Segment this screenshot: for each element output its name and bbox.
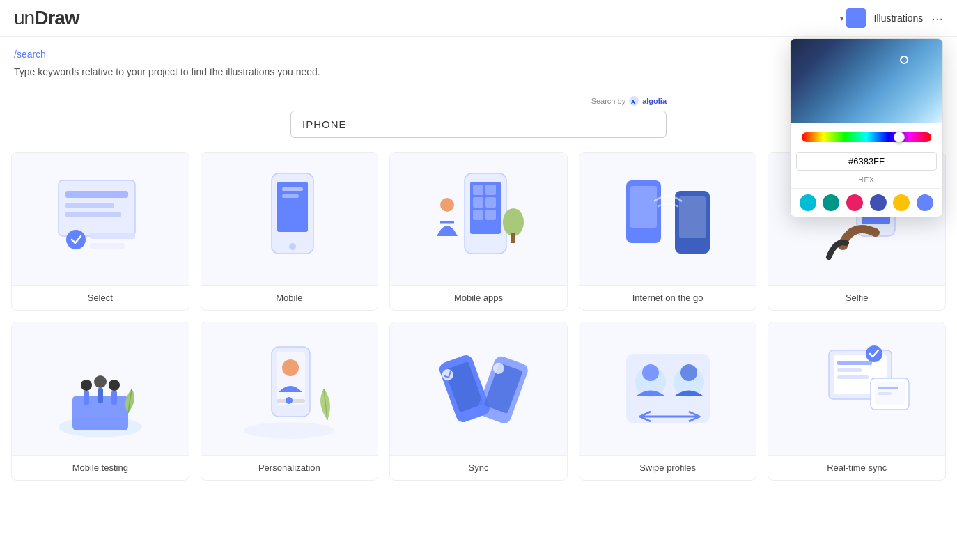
svg-point-46 (244, 422, 334, 439)
card-image-personalization (201, 322, 378, 455)
header: unDraw ▾ Illustrations ··· (0, 0, 957, 37)
card-sync[interactable]: Sync (389, 322, 568, 481)
svg-point-45 (286, 397, 293, 404)
svg-rect-36 (84, 391, 89, 405)
illustration-internet (605, 166, 731, 271)
svg-rect-62 (837, 375, 869, 379)
hue-thumb (894, 132, 905, 143)
header-right: ▾ Illustrations ··· (840, 8, 943, 28)
card-internet-on-the-go[interactable]: Internet on the go (579, 152, 757, 311)
preset-blue-purple[interactable] (917, 194, 933, 211)
card-image-real-time-sync (768, 322, 945, 455)
svg-point-35 (81, 380, 92, 391)
color-picker-popup: HEX (790, 38, 943, 217)
search-bar (290, 111, 667, 138)
illustration-mobile-testing (31, 336, 170, 441)
svg-point-23 (503, 208, 524, 236)
card-image-mobile-apps (390, 153, 567, 285)
logo-light: un (14, 7, 34, 29)
svg-point-55 (642, 364, 659, 381)
svg-rect-12 (282, 194, 299, 198)
chevron-down-icon: ▾ (840, 15, 843, 22)
preset-indigo[interactable] (870, 194, 887, 211)
svg-rect-4 (65, 203, 114, 208)
hex-input[interactable] (796, 152, 937, 171)
preset-pink[interactable] (846, 194, 863, 211)
color-spectrum-overlay (791, 39, 942, 123)
svg-rect-26 (630, 186, 657, 228)
card-label-mobile-testing: Mobile testing (12, 455, 189, 480)
hex-input-row (791, 148, 942, 175)
illustration-mobile-apps (409, 166, 548, 271)
color-swatch (846, 8, 866, 28)
card-label-internet: Internet on the go (579, 285, 756, 310)
card-label-mobile: Mobile (201, 285, 378, 310)
svg-rect-19 (485, 197, 496, 208)
illustration-real-time-sync (787, 336, 926, 441)
hex-label: HEX (791, 175, 942, 188)
logo-bold: Draw (34, 7, 79, 29)
svg-rect-60 (837, 361, 872, 365)
card-mobile-apps[interactable]: Mobile apps (389, 152, 568, 311)
illustration-personalization (219, 336, 359, 441)
card-label-selfie: Selfie (768, 285, 945, 310)
illustration-mobile (233, 166, 345, 271)
algolia-name: algolia (642, 97, 667, 105)
svg-rect-28 (679, 196, 706, 238)
card-image-sync (390, 322, 567, 455)
card-image-mobile (201, 153, 378, 285)
color-spectrum[interactable] (791, 39, 942, 123)
svg-rect-40 (111, 391, 117, 405)
card-label-sync: Sync (390, 455, 567, 480)
svg-point-6 (66, 230, 86, 249)
illustrations-label: Illustrations (874, 13, 924, 24)
card-label-real-time-sync: Real-time sync (768, 455, 945, 480)
card-mobile-testing[interactable]: Mobile testing (11, 322, 189, 481)
card-label-swipe-profiles: Swipe profiles (579, 455, 756, 480)
svg-point-39 (109, 380, 120, 391)
svg-rect-61 (837, 368, 862, 372)
preset-amber[interactable] (893, 194, 910, 211)
svg-point-57 (680, 364, 697, 381)
svg-rect-17 (485, 185, 496, 195)
card-real-time-sync[interactable]: Real-time sync (768, 322, 946, 481)
card-personalization[interactable]: Personalization (201, 322, 379, 481)
card-image-internet (579, 153, 756, 285)
preset-cyan[interactable] (800, 194, 816, 211)
card-label-select: Select (12, 285, 189, 310)
svg-point-37 (94, 375, 107, 388)
card-image-mobile-testing (12, 322, 189, 455)
search-input[interactable] (302, 118, 655, 130)
svg-rect-18 (473, 197, 483, 208)
svg-text:A: A (631, 99, 635, 105)
svg-rect-3 (65, 191, 128, 198)
svg-rect-65 (878, 387, 898, 389)
preset-teal[interactable] (823, 194, 839, 211)
illustration-sync (409, 336, 548, 441)
illustration-select (45, 166, 156, 271)
illustration-grid-row2: Mobile testing Personalization (0, 322, 957, 481)
svg-rect-38 (98, 388, 103, 403)
logo[interactable]: unDraw (14, 7, 79, 29)
more-options-button[interactable]: ··· (931, 10, 943, 26)
hue-slider[interactable] (802, 132, 931, 142)
card-mobile[interactable]: Mobile (201, 152, 379, 311)
search-by-label: Search by (591, 97, 626, 105)
svg-rect-20 (473, 210, 483, 220)
card-select[interactable]: Select (11, 152, 189, 311)
preset-colors (791, 188, 942, 217)
color-cursor (900, 56, 908, 64)
breadcrumb-path[interactable]: /search (14, 49, 46, 60)
svg-point-22 (440, 198, 454, 212)
svg-rect-24 (511, 233, 515, 243)
card-label-personalization: Personalization (201, 455, 378, 480)
card-swipe-profiles[interactable]: Swipe profiles (579, 322, 757, 481)
svg-rect-66 (878, 392, 892, 395)
svg-rect-8 (90, 243, 125, 249)
card-image-swipe-profiles (579, 322, 756, 455)
svg-rect-21 (485, 210, 496, 220)
algolia-icon: A (628, 95, 639, 107)
svg-point-43 (282, 359, 299, 376)
color-picker-toggle[interactable]: ▾ (840, 8, 866, 28)
svg-rect-16 (473, 185, 483, 195)
